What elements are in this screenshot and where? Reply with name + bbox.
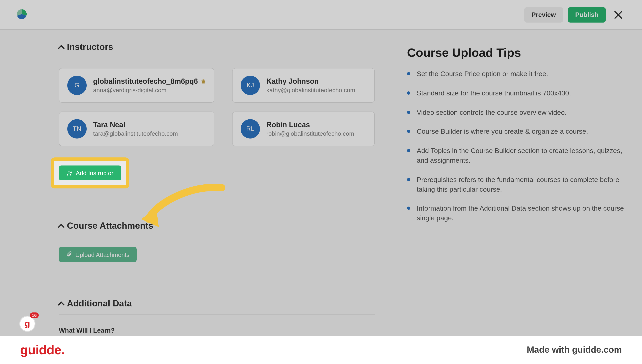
avatar: TN bbox=[67, 119, 87, 138]
chevron-up-icon bbox=[58, 302, 65, 308]
attachments-title: Course Attachments bbox=[67, 221, 153, 231]
tips-item: Set the Course Price option or make it f… bbox=[407, 69, 626, 79]
additional-section-toggle[interactable]: Additional Data bbox=[59, 298, 375, 309]
app-logo bbox=[16, 8, 28, 21]
tips-item: Course Builder is where you create & org… bbox=[407, 127, 626, 137]
svg-point-2 bbox=[68, 171, 70, 173]
made-with-text: Made with guidde.com bbox=[527, 345, 622, 355]
instructors-grid: G globalinstituteofecho_8m6pq6 ♛ anna@ve… bbox=[59, 68, 375, 146]
instructor-name: globalinstituteofecho_8m6pq6 ♛ bbox=[93, 77, 206, 86]
badge-glyph: g bbox=[19, 316, 36, 332]
highlighted-callout: Add Instructor bbox=[51, 158, 130, 188]
tips-item: Standard size for the course thumbnail i… bbox=[407, 88, 626, 98]
add-user-icon bbox=[67, 170, 73, 176]
instructor-email: tara@globalinstituteofecho.com bbox=[93, 130, 206, 137]
guidde-badge[interactable]: g 16 bbox=[19, 316, 36, 332]
instructor-email: anna@verdigris-digital.com bbox=[93, 86, 206, 94]
avatar: KJ bbox=[241, 76, 260, 95]
left-column: Instructors G globalinstituteofecho_8m6p… bbox=[0, 42, 375, 364]
instructor-name: Kathy Johnson bbox=[266, 77, 366, 86]
avatar: G bbox=[67, 76, 87, 95]
instructor-email: robin@globalinstituteofecho.com bbox=[266, 130, 366, 137]
divider bbox=[59, 237, 375, 237]
instructors-title: Instructors bbox=[67, 42, 113, 52]
tips-item: Prerequisites refers to the fundamental … bbox=[407, 175, 626, 194]
instructors-section-toggle[interactable]: Instructors bbox=[59, 42, 375, 52]
instructor-card[interactable]: KJ Kathy Johnson kathy@globalinstituteof… bbox=[232, 68, 375, 103]
divider bbox=[59, 58, 375, 58]
what-learn-label: What Will I Learn? bbox=[59, 327, 375, 334]
add-instructor-label: Add Instructor bbox=[76, 170, 113, 176]
tips-title: Course Upload Tips bbox=[407, 46, 626, 60]
instructor-card[interactable]: G globalinstituteofecho_8m6pq6 ♛ anna@ve… bbox=[59, 68, 214, 103]
tips-list: Set the Course Price option or make it f… bbox=[407, 69, 626, 223]
paperclip-icon bbox=[66, 251, 72, 258]
guidde-logo: guidde. bbox=[20, 342, 65, 357]
publish-button[interactable]: Publish bbox=[568, 7, 606, 22]
add-instructor-button[interactable]: Add Instructor bbox=[59, 166, 122, 180]
chevron-up-icon bbox=[58, 45, 65, 52]
close-button[interactable] bbox=[610, 8, 626, 21]
attachments-section-toggle[interactable]: Course Attachments bbox=[59, 221, 375, 231]
badge-count: 16 bbox=[30, 312, 39, 318]
upload-attachments-button[interactable]: Upload Attachments bbox=[59, 247, 137, 262]
crown-icon: ♛ bbox=[201, 78, 206, 84]
chevron-up-icon bbox=[58, 224, 65, 230]
avatar: RL bbox=[241, 119, 260, 138]
tips-sidebar: Course Upload Tips Set the Course Price … bbox=[407, 42, 626, 364]
instructor-card[interactable]: RL Robin Lucas robin@globalinstituteofec… bbox=[232, 112, 375, 146]
footer-bar: guidde. Made with guidde.com bbox=[0, 336, 642, 364]
divider bbox=[59, 314, 375, 315]
tips-item: Video section controls the course overvi… bbox=[407, 108, 626, 117]
tips-item: Add Topics in the Course Builder section… bbox=[407, 146, 626, 165]
instructor-email: kathy@globalinstituteofecho.com bbox=[266, 86, 366, 94]
close-icon bbox=[614, 10, 623, 19]
upload-attachments-label: Upload Attachments bbox=[75, 251, 130, 258]
preview-button[interactable]: Preview bbox=[524, 7, 563, 22]
main-area: Instructors G globalinstituteofecho_8m6p… bbox=[0, 30, 642, 364]
instructor-name: Tara Neal bbox=[93, 121, 206, 129]
header-bar: Preview Publish bbox=[0, 0, 642, 30]
additional-title: Additional Data bbox=[67, 298, 132, 309]
tips-item: Information from the Additional Data sec… bbox=[407, 204, 626, 223]
instructor-card[interactable]: TN Tara Neal tara@globalinstituteofecho.… bbox=[59, 112, 214, 146]
instructor-name: Robin Lucas bbox=[266, 121, 366, 129]
